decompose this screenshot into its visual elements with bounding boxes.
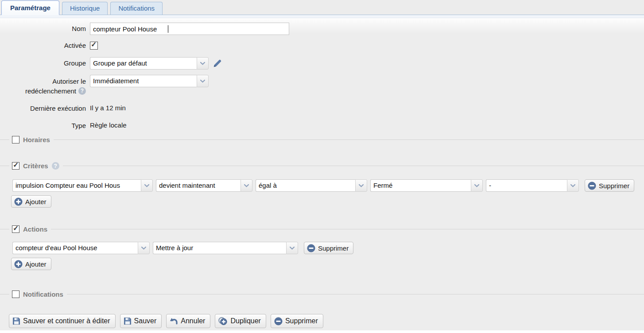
section-horaires-legend: Horaires [0,136,644,143]
actions-checkbox[interactable] [12,225,19,233]
redeclenchement-selected-value: Immédiatement [90,75,197,87]
divider [54,139,644,140]
criteria-event-select[interactable]: devient maintenant [156,179,252,192]
criteres-label: Critères [19,162,52,170]
save-icon [12,317,20,325]
redeclenchement-help-icon[interactable]: ? [78,87,86,95]
type-value: Règle locale [90,120,127,129]
divider [63,166,644,166]
derniere-execution-value: Il y a 12 min [90,102,126,112]
delete-criteria-label: Supprimer [599,182,629,190]
groupe-select[interactable]: Groupe par défaut [90,57,209,70]
tab-parametrage[interactable]: Paramétrage [1,0,59,15]
criteria-param-select[interactable]: - [486,179,579,192]
undo-arrow-icon [170,318,178,325]
save-and-continue-button[interactable]: Sauver et continuer à éditer [9,314,116,328]
chevron-down-icon[interactable] [286,242,298,254]
minus-circle-icon [274,317,283,325]
row-activee: Activée [0,40,644,50]
chevron-down-icon[interactable] [141,179,153,192]
plus-circle-icon [14,197,23,206]
criteres-checkbox[interactable] [12,162,19,170]
action-add-row: Ajouter [11,258,644,270]
horaires-label: Horaires [19,136,54,143]
chevron-down-icon[interactable] [197,75,209,87]
parametrage-panel: Nom Activée Groupe Groupe par défaut Aut… [0,18,644,329]
chevron-down-icon[interactable] [197,57,209,70]
tab-bar: Paramétrage Historique Notifications [0,0,644,15]
save-button[interactable]: Sauver [120,314,162,328]
action-row: compteur d'eau Pool House Mettre à jour … [12,242,644,254]
duplicate-label: Dupliquer [230,317,260,325]
redeclenchement-select[interactable]: Immédiatement [90,75,209,87]
row-type: Type Règle locale [0,120,644,130]
criteria-value-value: Fermé [370,179,471,192]
criteres-help-icon[interactable]: ? [52,162,59,170]
criteria-value-select[interactable]: Fermé [370,179,483,192]
groupe-label: Groupe [0,57,90,67]
actions-label: Actions [19,225,51,233]
groupe-selected-value: Groupe par défaut [90,57,197,70]
text-cursor [168,25,168,33]
criteria-device-value: impulsion Compteur eau Pool Hous [12,179,141,192]
delete-rule-button[interactable]: Supprimer [271,314,323,328]
action-type-select[interactable]: Mettre à jour [153,242,298,254]
nom-label: Nom [0,23,90,33]
save-icon [124,317,132,325]
chevron-down-icon[interactable] [138,242,150,254]
criteria-operator-select[interactable]: égal à [256,179,367,192]
row-redeclenchement: Autoriser le redéclenchement ? Immédiate… [0,75,644,95]
add-action-button[interactable]: Ajouter [11,258,51,270]
cancel-label: Annuler [181,317,205,325]
footer-buttons: Sauver et continuer à éditer Sauver An [9,314,644,328]
criteria-event-value: devient maintenant [156,179,241,192]
notifications-label: Notifications [19,290,67,298]
minus-circle-icon [307,244,315,252]
horaires-checkbox[interactable] [12,136,19,143]
minus-circle-icon [588,182,596,190]
chevron-down-icon[interactable] [567,179,579,192]
duplicate-button[interactable]: Dupliquer [215,314,266,328]
chevron-down-icon[interactable] [241,179,252,192]
type-label: Type [0,120,90,130]
bottom-strip [0,330,644,333]
delete-action-button[interactable]: Supprimer [304,242,353,254]
action-device-select[interactable]: compteur d'eau Pool House [12,242,150,254]
add-criteria-button[interactable]: Ajouter [11,195,51,208]
delete-action-label: Supprimer [318,244,349,252]
derniere-execution-label: Dernière exécution [0,102,90,112]
redeclenchement-label-line2: redéclenchement [25,87,76,95]
activee-checkbox[interactable] [90,42,98,50]
tab-historique[interactable]: Historique [62,2,108,15]
divider [67,294,644,294]
edit-group-pencil-icon[interactable] [213,58,222,68]
divider [0,166,9,166]
divider [51,229,644,229]
chevron-down-icon[interactable] [355,179,367,192]
activee-label: Activée [0,40,90,50]
plus-circle-icon [14,260,23,268]
row-groupe: Groupe Groupe par défaut [0,57,644,70]
row-nom: Nom [0,23,644,35]
add-action-label: Ajouter [25,260,47,268]
save-and-continue-label: Sauver et continuer à éditer [23,317,110,325]
redeclenchement-label-line1: Autoriser le [0,77,86,85]
criteria-device-select[interactable]: impulsion Compteur eau Pool Hous [12,179,153,192]
criteria-add-row: Ajouter [11,195,644,208]
nom-input[interactable] [90,23,289,35]
chevron-down-icon[interactable] [471,179,483,192]
duplicate-icon [218,317,228,325]
cancel-button[interactable]: Annuler [166,314,210,328]
notifications-checkbox[interactable] [12,290,19,298]
divider [0,294,9,294]
criteria-row: impulsion Compteur eau Pool Hous devient… [12,179,644,192]
delete-criteria-button[interactable]: Supprimer [585,179,634,192]
tab-notifications[interactable]: Notifications [110,2,163,15]
section-notifications-legend: Notifications [0,290,644,298]
section-criteres-legend: Critères ? [0,162,644,170]
criteria-operator-value: égal à [256,179,355,192]
add-criteria-label: Ajouter [25,198,47,205]
row-derniere-execution: Dernière exécution Il y a 12 min [0,102,644,112]
criteria-param-value: - [486,179,567,192]
tab-strip [0,15,644,18]
